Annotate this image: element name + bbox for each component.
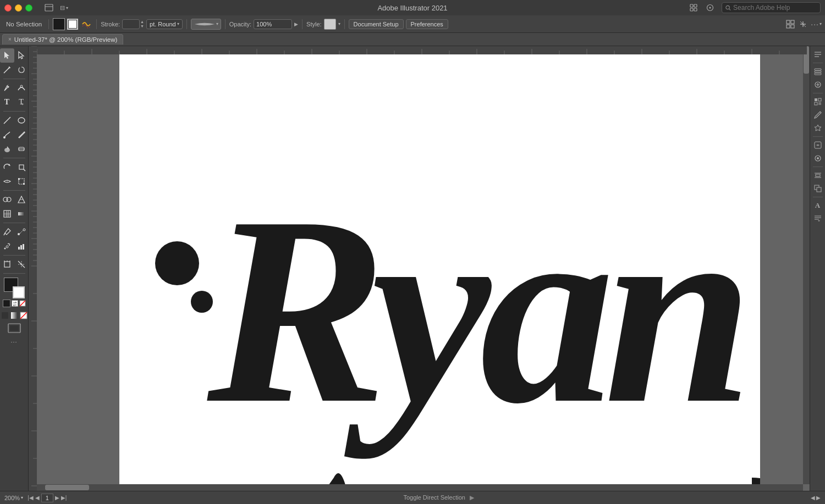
layout-switcher[interactable]: ⊟▾	[60, 4, 68, 12]
slice-tool[interactable]	[14, 257, 29, 272]
type-tool[interactable]: T	[0, 95, 14, 109]
curvature-tool[interactable]	[14, 81, 29, 95]
stroke-options-icon[interactable]	[80, 18, 92, 30]
width-tool[interactable]	[0, 174, 14, 189]
horizontal-scrollbar[interactable]	[29, 484, 803, 491]
prev-page-btn[interactable]: ◀	[35, 495, 40, 501]
eraser-tool[interactable]	[14, 142, 29, 156]
document-tab[interactable]: × Untitled-37* @ 200% (RGB/Preview)	[2, 34, 123, 45]
fill-color-swatch[interactable]	[53, 18, 65, 30]
align-panel-btn[interactable]	[812, 169, 824, 181]
next-page-btn[interactable]: ▶	[55, 495, 59, 501]
stroke-value-input[interactable]	[122, 19, 140, 29]
character-panel-btn[interactable]: A	[812, 200, 824, 212]
window-icon	[41, 3, 57, 13]
stroke-swatch[interactable]	[13, 286, 25, 298]
minimize-button[interactable]	[15, 4, 22, 12]
first-page-btn[interactable]: |◀	[28, 495, 34, 501]
toolbar: No Selection Stroke: ▲ ▼ pt. Round ▾ ▾ O…	[0, 15, 825, 33]
stroke-stepper[interactable]: ▲ ▼	[140, 20, 144, 28]
default-colors-icon[interactable]	[3, 300, 10, 307]
search-bar[interactable]	[722, 2, 821, 13]
ellipse-tool[interactable]	[14, 113, 29, 128]
panels-icon[interactable]	[689, 3, 698, 13]
variable-width-profile[interactable]: ▾	[191, 19, 221, 30]
gradient-mode-icon[interactable]	[10, 312, 18, 319]
shape-builder-tool[interactable]	[0, 192, 14, 207]
magic-wand-tool[interactable]	[0, 63, 14, 77]
scroll-right-btn[interactable]: ▶	[816, 495, 821, 501]
graphic-styles-btn[interactable]	[812, 139, 824, 151]
perspective-grid-tool[interactable]	[14, 192, 29, 207]
search-input[interactable]	[733, 4, 817, 12]
svg-rect-159	[815, 71, 821, 73]
stroke-color-swatch[interactable]	[67, 19, 78, 30]
paragraph-panel-btn[interactable]	[812, 213, 824, 225]
none-color-icon[interactable]	[19, 300, 26, 307]
blend-tool[interactable]	[14, 225, 29, 239]
layers-panel-btn[interactable]	[812, 65, 824, 77]
horizontal-scroll-thumb[interactable]	[45, 485, 89, 490]
arrange-tools: ··· ▾	[785, 19, 822, 29]
fill-mode-icon[interactable]	[1, 312, 9, 319]
opacity-arrow[interactable]: ▶	[294, 21, 298, 27]
line-tool[interactable]	[0, 113, 14, 128]
last-page-btn[interactable]: ▶|	[61, 495, 67, 501]
maximize-button[interactable]	[25, 4, 32, 12]
more-options[interactable]: ··· ▾	[811, 20, 822, 29]
zoom-level: 200%	[4, 495, 20, 501]
pencil-tool[interactable]	[14, 128, 29, 142]
tool-row-2	[0, 63, 29, 77]
none-mode-icon[interactable]	[20, 312, 28, 319]
mesh-tool[interactable]	[0, 207, 14, 221]
artboard-tool[interactable]	[0, 257, 14, 272]
libraries-panel-btn[interactable]	[812, 79, 824, 91]
zoom-dropdown[interactable]: 200% ▾	[4, 495, 23, 501]
paintbrush-tool[interactable]	[0, 128, 14, 142]
scroll-controls: ◀ ▶	[811, 495, 821, 501]
pen-tool[interactable]	[0, 81, 14, 95]
align-icon[interactable]	[798, 19, 808, 29]
lasso-tool[interactable]	[14, 63, 29, 77]
selection-tool[interactable]	[0, 48, 14, 63]
arrange-icon[interactable]	[785, 19, 795, 29]
close-button[interactable]	[4, 4, 12, 12]
blob-brush-tool[interactable]	[0, 142, 14, 156]
scale-tool[interactable]	[14, 160, 29, 174]
tab-close-button[interactable]: ×	[8, 37, 12, 42]
screen-mode-btn[interactable]	[7, 323, 21, 335]
discover-icon[interactable]	[705, 3, 715, 13]
right-panel-sep-5	[813, 197, 823, 197]
opacity-input[interactable]	[254, 19, 292, 29]
properties-panel-btn[interactable]	[812, 48, 824, 60]
title-bar: ⊟▾ Adobe Illustrator 2021	[0, 0, 825, 15]
swap-colors-icon[interactable]	[12, 300, 18, 307]
artwork-canvas[interactable]: Ryan	[119, 54, 760, 491]
style-swatch[interactable]	[324, 19, 336, 30]
appearance-panel-btn[interactable]	[812, 152, 824, 164]
vertical-scrollbar[interactable]	[803, 46, 810, 484]
eyedropper-tool[interactable]	[0, 225, 14, 239]
gradient-tool[interactable]	[14, 207, 29, 221]
page-number-input[interactable]	[41, 494, 53, 502]
symbols-panel-btn[interactable]	[812, 122, 824, 134]
status-arrow-btn[interactable]: ▶	[470, 494, 474, 501]
swatches-panel-btn[interactable]	[812, 96, 824, 108]
traffic-lights: ⊟▾	[4, 3, 68, 13]
scroll-left-btn[interactable]: ◀	[811, 495, 815, 501]
free-transform-tool[interactable]	[14, 174, 29, 189]
transform-panel-btn[interactable]	[812, 182, 824, 195]
direct-selection-tool[interactable]	[14, 48, 29, 63]
preferences-button[interactable]: Preferences	[406, 19, 448, 29]
column-graph-tool[interactable]	[14, 239, 29, 253]
symbol-sprayer-tool[interactable]	[0, 239, 14, 253]
svg-line-27	[24, 132, 25, 132]
touch-type-tool[interactable]: T✦	[14, 95, 29, 109]
rotate-tool[interactable]	[0, 160, 14, 174]
style-chevron-icon[interactable]: ▾	[338, 21, 340, 26]
stroke-type-dropdown[interactable]: pt. Round ▾	[146, 19, 183, 29]
document-setup-button[interactable]: Document Setup	[349, 19, 404, 29]
more-tools-btn[interactable]: ···	[10, 339, 17, 345]
brushes-panel-btn[interactable]	[812, 109, 824, 121]
svg-line-24	[4, 117, 10, 124]
